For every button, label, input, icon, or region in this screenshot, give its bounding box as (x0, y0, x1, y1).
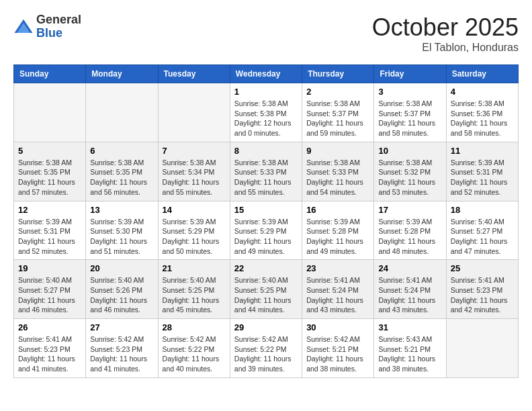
day-info: Sunrise: 5:41 AM Sunset: 5:23 PM Dayligh… (18, 334, 81, 374)
calendar-cell (446, 319, 518, 378)
day-info: Sunrise: 5:41 AM Sunset: 5:24 PM Dayligh… (306, 275, 369, 315)
day-number: 21 (163, 263, 226, 273)
calendar-cell: 20Sunrise: 5:40 AM Sunset: 5:26 PM Dayli… (86, 260, 158, 319)
day-number: 6 (90, 146, 153, 156)
calendar-cell: 29Sunrise: 5:42 AM Sunset: 5:22 PM Dayli… (230, 319, 302, 378)
day-number: 18 (451, 205, 514, 215)
day-info: Sunrise: 5:40 AM Sunset: 5:26 PM Dayligh… (90, 275, 153, 315)
day-info: Sunrise: 5:41 AM Sunset: 5:23 PM Dayligh… (451, 275, 514, 315)
calendar-cell: 13Sunrise: 5:39 AM Sunset: 5:30 PM Dayli… (86, 201, 158, 260)
column-header-sunday: Sunday (14, 65, 86, 83)
calendar-cell: 23Sunrise: 5:41 AM Sunset: 5:24 PM Dayli… (302, 260, 374, 319)
day-number: 28 (163, 322, 226, 332)
day-info: Sunrise: 5:39 AM Sunset: 5:31 PM Dayligh… (451, 158, 514, 197)
calendar-week-row: 12Sunrise: 5:39 AM Sunset: 5:31 PM Dayli… (14, 201, 519, 260)
day-number: 9 (306, 146, 369, 156)
day-info: Sunrise: 5:38 AM Sunset: 5:37 PM Dayligh… (378, 99, 441, 138)
day-info: Sunrise: 5:42 AM Sunset: 5:22 PM Dayligh… (234, 334, 298, 374)
day-info: Sunrise: 5:43 AM Sunset: 5:21 PM Dayligh… (378, 334, 441, 374)
day-info: Sunrise: 5:38 AM Sunset: 5:33 PM Dayligh… (306, 158, 369, 197)
day-info: Sunrise: 5:42 AM Sunset: 5:22 PM Dayligh… (163, 334, 226, 374)
day-number: 26 (18, 322, 81, 332)
calendar-cell: 2Sunrise: 5:38 AM Sunset: 5:37 PM Daylig… (302, 83, 374, 142)
calendar-cell: 24Sunrise: 5:41 AM Sunset: 5:24 PM Dayli… (374, 260, 446, 319)
day-info: Sunrise: 5:39 AM Sunset: 5:30 PM Dayligh… (90, 217, 153, 257)
calendar-week-row: 5Sunrise: 5:38 AM Sunset: 5:35 PM Daylig… (14, 142, 519, 201)
day-info: Sunrise: 5:38 AM Sunset: 5:34 PM Dayligh… (163, 158, 226, 197)
day-number: 7 (163, 146, 226, 156)
calendar-cell: 14Sunrise: 5:39 AM Sunset: 5:29 PM Dayli… (158, 201, 230, 260)
day-number: 4 (451, 87, 514, 97)
day-info: Sunrise: 5:38 AM Sunset: 5:36 PM Dayligh… (451, 99, 514, 138)
day-info: Sunrise: 5:41 AM Sunset: 5:24 PM Dayligh… (378, 275, 441, 315)
logo-blue: Blue (36, 27, 81, 40)
calendar-cell: 7Sunrise: 5:38 AM Sunset: 5:34 PM Daylig… (158, 142, 230, 201)
day-info: Sunrise: 5:40 AM Sunset: 5:25 PM Dayligh… (234, 275, 298, 315)
day-number: 16 (306, 205, 369, 215)
logo-icon (13, 17, 34, 37)
calendar-cell: 4Sunrise: 5:38 AM Sunset: 5:36 PM Daylig… (446, 83, 518, 142)
calendar-cell: 16Sunrise: 5:39 AM Sunset: 5:28 PM Dayli… (302, 201, 374, 260)
day-number: 1 (234, 87, 298, 97)
day-number: 8 (234, 146, 298, 156)
calendar-cell: 30Sunrise: 5:42 AM Sunset: 5:21 PM Dayli… (302, 319, 374, 378)
day-number: 15 (234, 205, 298, 215)
calendar-cell: 26Sunrise: 5:41 AM Sunset: 5:23 PM Dayli… (14, 319, 86, 378)
calendar-cell: 28Sunrise: 5:42 AM Sunset: 5:22 PM Dayli… (158, 319, 230, 378)
calendar-week-row: 19Sunrise: 5:40 AM Sunset: 5:27 PM Dayli… (14, 260, 519, 319)
day-number: 20 (90, 263, 153, 273)
calendar-week-row: 1Sunrise: 5:38 AM Sunset: 5:38 PM Daylig… (14, 83, 519, 142)
page-header: General Blue October 2025 El Tablon, Hon… (13, 13, 519, 54)
day-number: 17 (378, 205, 441, 215)
logo: General Blue (13, 13, 81, 40)
day-info: Sunrise: 5:38 AM Sunset: 5:32 PM Dayligh… (378, 158, 441, 197)
day-number: 3 (378, 87, 441, 97)
day-number: 19 (18, 263, 81, 273)
calendar-cell: 3Sunrise: 5:38 AM Sunset: 5:37 PM Daylig… (374, 83, 446, 142)
day-info: Sunrise: 5:39 AM Sunset: 5:28 PM Dayligh… (378, 217, 441, 257)
calendar-cell: 8Sunrise: 5:38 AM Sunset: 5:33 PM Daylig… (230, 142, 302, 201)
day-info: Sunrise: 5:40 AM Sunset: 5:25 PM Dayligh… (163, 275, 226, 315)
calendar-cell: 10Sunrise: 5:38 AM Sunset: 5:32 PM Dayli… (374, 142, 446, 201)
calendar-cell: 18Sunrise: 5:40 AM Sunset: 5:27 PM Dayli… (446, 201, 518, 260)
calendar-cell: 12Sunrise: 5:39 AM Sunset: 5:31 PM Dayli… (14, 201, 86, 260)
day-number: 29 (234, 322, 298, 332)
day-info: Sunrise: 5:38 AM Sunset: 5:35 PM Dayligh… (90, 158, 153, 197)
day-info: Sunrise: 5:38 AM Sunset: 5:35 PM Dayligh… (18, 158, 81, 197)
day-number: 14 (163, 205, 226, 215)
column-header-monday: Monday (86, 65, 158, 83)
calendar-cell: 22Sunrise: 5:40 AM Sunset: 5:25 PM Dayli… (230, 260, 302, 319)
calendar-cell: 25Sunrise: 5:41 AM Sunset: 5:23 PM Dayli… (446, 260, 518, 319)
calendar-table: SundayMondayTuesdayWednesdayThursdayFrid… (13, 64, 519, 378)
day-number: 13 (90, 205, 153, 215)
calendar-cell (14, 83, 86, 142)
day-number: 24 (378, 263, 441, 273)
day-number: 2 (306, 87, 369, 97)
day-number: 11 (451, 146, 514, 156)
day-number: 31 (378, 322, 441, 332)
month-title: October 2025 (372, 13, 519, 42)
calendar-cell: 11Sunrise: 5:39 AM Sunset: 5:31 PM Dayli… (446, 142, 518, 201)
column-header-tuesday: Tuesday (158, 65, 230, 83)
calendar-cell: 5Sunrise: 5:38 AM Sunset: 5:35 PM Daylig… (14, 142, 86, 201)
day-number: 10 (378, 146, 441, 156)
day-number: 30 (306, 322, 369, 332)
calendar-cell: 15Sunrise: 5:39 AM Sunset: 5:29 PM Dayli… (230, 201, 302, 260)
day-info: Sunrise: 5:39 AM Sunset: 5:31 PM Dayligh… (18, 217, 81, 257)
day-info: Sunrise: 5:40 AM Sunset: 5:27 PM Dayligh… (18, 275, 81, 315)
calendar-cell (158, 83, 230, 142)
calendar-cell: 1Sunrise: 5:38 AM Sunset: 5:38 PM Daylig… (230, 83, 302, 142)
logo-text: General Blue (36, 13, 81, 40)
day-number: 12 (18, 205, 81, 215)
calendar-cell: 17Sunrise: 5:39 AM Sunset: 5:28 PM Dayli… (374, 201, 446, 260)
day-number: 22 (234, 263, 298, 273)
day-number: 23 (306, 263, 369, 273)
calendar-week-row: 26Sunrise: 5:41 AM Sunset: 5:23 PM Dayli… (14, 319, 519, 378)
calendar-cell: 27Sunrise: 5:42 AM Sunset: 5:23 PM Dayli… (86, 319, 158, 378)
calendar-cell: 19Sunrise: 5:40 AM Sunset: 5:27 PM Dayli… (14, 260, 86, 319)
location-subtitle: El Tablon, Honduras (372, 42, 519, 54)
calendar-cell: 21Sunrise: 5:40 AM Sunset: 5:25 PM Dayli… (158, 260, 230, 319)
calendar-header-row: SundayMondayTuesdayWednesdayThursdayFrid… (14, 65, 519, 83)
day-number: 25 (451, 263, 514, 273)
calendar-cell (86, 83, 158, 142)
